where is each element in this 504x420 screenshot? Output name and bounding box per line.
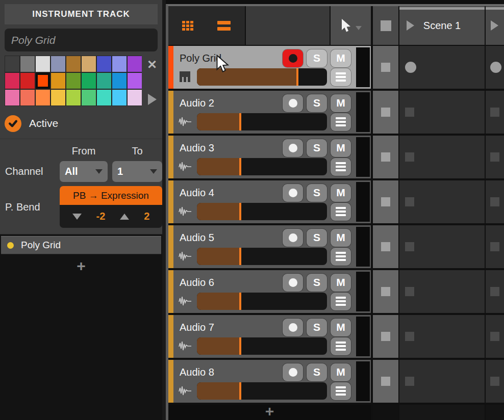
track-name[interactable]: Audio 3: [180, 142, 214, 154]
empty-slot-icon[interactable]: [405, 377, 414, 386]
track-header[interactable]: Audio 4 S M: [168, 180, 371, 223]
volume-slider[interactable]: [197, 248, 327, 265]
track-name[interactable]: Poly Grid: [180, 52, 221, 64]
mute-button[interactable]: M: [331, 363, 351, 381]
track-name[interactable]: Audio 8: [180, 366, 214, 378]
clip-slot[interactable]: [399, 270, 485, 313]
clip-slot-next-scene[interactable]: [486, 270, 504, 313]
empty-slot-icon[interactable]: [490, 332, 499, 341]
volume-slider[interactable]: [197, 293, 327, 310]
clip-slot[interactable]: [399, 91, 485, 134]
color-swatch[interactable]: [51, 56, 65, 72]
clip-slot-next-scene[interactable]: [486, 360, 504, 403]
clip-stop-button[interactable]: [373, 91, 398, 134]
track-header[interactable]: Audio 2 S M: [168, 91, 371, 134]
clip-slot-next-scene[interactable]: [486, 91, 504, 134]
track-header[interactable]: Audio 3 S M: [168, 136, 371, 178]
color-swatch[interactable]: [51, 73, 65, 89]
clip-slot[interactable]: [399, 360, 485, 403]
device-chain-item[interactable]: Poly Grid: [1, 236, 161, 254]
pb-range-max[interactable]: 2: [144, 211, 149, 222]
mute-button[interactable]: M: [331, 139, 351, 157]
track-header[interactable]: Audio 8 S M: [168, 360, 371, 403]
track-menu-button[interactable]: [331, 248, 351, 266]
clip-slot-next-scene[interactable]: [486, 136, 504, 178]
checkbox-checked-icon[interactable]: [5, 115, 21, 132]
clip-slot[interactable]: [399, 136, 485, 178]
record-arm-button[interactable]: [283, 184, 303, 202]
track-menu-button[interactable]: [331, 293, 351, 310]
track-header[interactable]: Audio 6 S M: [168, 270, 371, 313]
clip-stop-button[interactable]: [373, 360, 398, 403]
clip-stop-button[interactable]: [373, 180, 398, 223]
solo-button[interactable]: S: [307, 49, 327, 67]
track-name[interactable]: Audio 5: [180, 232, 214, 244]
pb-range-min[interactable]: -2: [96, 211, 106, 222]
channel-to-select[interactable]: 1: [112, 161, 162, 182]
volume-slider[interactable]: [197, 337, 327, 355]
scene-play-icon[interactable]: [407, 20, 414, 31]
record-arm-button[interactable]: [283, 49, 303, 67]
mute-button[interactable]: M: [331, 319, 351, 336]
track-menu-button[interactable]: [331, 382, 351, 400]
record-ready-slot-icon[interactable]: [405, 62, 416, 73]
clip-stop-button[interactable]: [373, 315, 398, 358]
track-header[interactable]: Audio 7 S M: [168, 315, 371, 358]
color-swatch[interactable]: [5, 56, 19, 72]
empty-slot-icon[interactable]: [405, 242, 414, 251]
clip-slot-next-scene[interactable]: [486, 180, 504, 223]
clip-slot[interactable]: [399, 180, 485, 223]
active-toggle[interactable]: Active: [5, 114, 162, 133]
add-track-button[interactable]: +: [265, 405, 274, 418]
stop-all-clips-button[interactable]: [373, 6, 398, 45]
color-swatch[interactable]: [36, 73, 50, 89]
expand-arrow-icon[interactable]: [148, 94, 157, 105]
solo-button[interactable]: S: [307, 274, 327, 292]
mute-button[interactable]: M: [331, 184, 351, 202]
solo-button[interactable]: S: [307, 319, 327, 336]
solo-button[interactable]: S: [307, 139, 327, 157]
record-arm-button[interactable]: [283, 94, 303, 112]
empty-slot-icon[interactable]: [490, 108, 499, 117]
color-swatch[interactable]: [36, 90, 50, 106]
clip-stop-button[interactable]: [373, 46, 398, 89]
record-arm-button[interactable]: [283, 363, 303, 381]
panel-divider[interactable]: [162, 0, 166, 420]
pointer-tool-button[interactable]: [331, 6, 371, 45]
color-swatch[interactable]: [82, 56, 96, 72]
channel-from-select[interactable]: All: [60, 161, 108, 182]
add-device-button[interactable]: +: [0, 258, 162, 274]
color-swatch[interactable]: [20, 90, 35, 106]
track-name[interactable]: Audio 6: [180, 277, 214, 288]
color-swatch[interactable]: [97, 56, 111, 72]
color-swatch[interactable]: [112, 56, 127, 72]
track-name[interactable]: Audio 2: [180, 97, 214, 109]
chevron-down-icon[interactable]: [356, 26, 362, 30]
color-swatch[interactable]: [5, 90, 19, 106]
empty-slot-icon[interactable]: [490, 377, 499, 386]
color-swatch[interactable]: [97, 90, 111, 106]
volume-slider[interactable]: [197, 158, 327, 175]
track-menu-button[interactable]: [331, 337, 351, 355]
empty-slot-icon[interactable]: [405, 152, 414, 162]
track-name[interactable]: Audio 7: [180, 322, 214, 333]
record-ready-slot-icon[interactable]: [490, 62, 501, 73]
color-swatch[interactable]: [66, 90, 81, 106]
clip-slot-next-scene[interactable]: [486, 225, 504, 268]
volume-slider[interactable]: [197, 113, 327, 130]
record-arm-button[interactable]: [283, 319, 303, 336]
clip-stop-button[interactable]: [373, 136, 398, 178]
empty-slot-icon[interactable]: [405, 332, 414, 341]
color-swatch[interactable]: [66, 56, 81, 72]
increment-icon[interactable]: [120, 214, 129, 220]
mute-button[interactable]: M: [331, 94, 351, 112]
color-swatch[interactable]: [51, 90, 65, 106]
record-arm-button[interactable]: [283, 229, 303, 247]
scene-1-header[interactable]: Scene 1: [399, 6, 485, 45]
record-arm-button[interactable]: [283, 274, 303, 292]
empty-slot-icon[interactable]: [490, 242, 499, 251]
color-swatch[interactable]: [128, 73, 142, 89]
scene-play-icon[interactable]: [491, 20, 498, 31]
scene-2-header[interactable]: [486, 6, 504, 45]
track-header[interactable]: Audio 5 S M: [168, 225, 371, 268]
